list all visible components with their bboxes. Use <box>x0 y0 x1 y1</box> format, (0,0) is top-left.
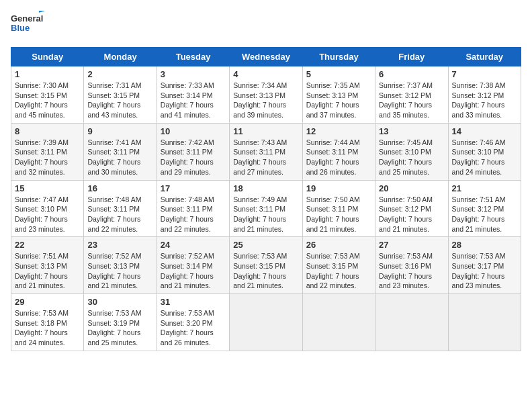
day-number: 2 <box>87 69 152 79</box>
header-day-saturday: Saturday <box>448 48 521 66</box>
cell-content: Sunrise: 7:52 AMSunset: 3:13 PMDaylight:… <box>87 251 152 291</box>
day-number: 10 <box>161 126 226 136</box>
week-row-4: 22Sunrise: 7:51 AMSunset: 3:13 PMDayligh… <box>11 237 521 294</box>
calendar-cell: 6Sunrise: 7:37 AMSunset: 3:12 PMDaylight… <box>375 66 448 124</box>
calendar-cell: 4Sunrise: 7:34 AMSunset: 3:13 PMDaylight… <box>230 66 302 124</box>
header-day-monday: Monday <box>84 48 157 66</box>
calendar-cell: 8Sunrise: 7:39 AMSunset: 3:11 PMDaylight… <box>11 123 84 180</box>
calendar-cell: 21Sunrise: 7:51 AMSunset: 3:12 PMDayligh… <box>448 180 521 237</box>
cell-content: Sunrise: 7:53 AMSunset: 3:15 PMDaylight:… <box>306 251 371 291</box>
cell-content: Sunrise: 7:43 AMSunset: 3:11 PMDaylight:… <box>233 138 298 177</box>
cell-content: Sunrise: 7:51 AMSunset: 3:12 PMDaylight:… <box>452 195 517 234</box>
header-day-friday: Friday <box>375 48 448 66</box>
day-number: 11 <box>233 126 298 136</box>
calendar-cell: 29Sunrise: 7:53 AMSunset: 3:18 PMDayligh… <box>11 294 84 351</box>
calendar-cell: 15Sunrise: 7:47 AMSunset: 3:10 PMDayligh… <box>11 180 84 237</box>
header-day-sunday: Sunday <box>11 48 84 66</box>
cell-content: Sunrise: 7:35 AMSunset: 3:13 PMDaylight:… <box>306 81 371 120</box>
cell-content: Sunrise: 7:53 AMSunset: 3:17 PMDaylight:… <box>452 251 517 291</box>
day-number: 30 <box>87 297 152 307</box>
cell-content: Sunrise: 7:53 AMSunset: 3:20 PMDaylight:… <box>161 308 226 348</box>
calendar-cell: 5Sunrise: 7:35 AMSunset: 3:13 PMDaylight… <box>302 66 375 124</box>
day-number: 18 <box>233 183 298 193</box>
cell-content: Sunrise: 7:39 AMSunset: 3:11 PMDaylight:… <box>15 138 80 177</box>
logo-svg: General Blue <box>11 11 44 39</box>
day-number: 14 <box>452 126 517 136</box>
day-number: 1 <box>15 69 80 79</box>
day-number: 4 <box>233 69 298 79</box>
calendar-cell: 2Sunrise: 7:31 AMSunset: 3:15 PMDaylight… <box>84 66 157 124</box>
header-row: SundayMondayTuesdayWednesdayThursdayFrid… <box>11 48 521 66</box>
cell-content: Sunrise: 7:42 AMSunset: 3:11 PMDaylight:… <box>161 138 226 177</box>
day-number: 22 <box>15 240 80 250</box>
day-number: 17 <box>161 183 226 193</box>
week-row-3: 15Sunrise: 7:47 AMSunset: 3:10 PMDayligh… <box>11 180 521 237</box>
calendar-cell: 3Sunrise: 7:33 AMSunset: 3:14 PMDaylight… <box>157 66 229 124</box>
day-number: 5 <box>306 69 371 79</box>
calendar-cell: 18Sunrise: 7:49 AMSunset: 3:11 PMDayligh… <box>230 180 302 237</box>
calendar-cell: 1Sunrise: 7:30 AMSunset: 3:15 PMDaylight… <box>11 66 84 124</box>
cell-content: Sunrise: 7:48 AMSunset: 3:11 PMDaylight:… <box>87 195 152 234</box>
cell-content: Sunrise: 7:34 AMSunset: 3:13 PMDaylight:… <box>233 81 298 120</box>
cell-content: Sunrise: 7:53 AMSunset: 3:19 PMDaylight:… <box>87 308 152 348</box>
header-day-tuesday: Tuesday <box>157 48 229 66</box>
calendar-cell: 19Sunrise: 7:50 AMSunset: 3:11 PMDayligh… <box>302 180 375 237</box>
cell-content: Sunrise: 7:50 AMSunset: 3:11 PMDaylight:… <box>306 195 371 234</box>
cell-content: Sunrise: 7:37 AMSunset: 3:12 PMDaylight:… <box>379 81 444 120</box>
svg-text:Blue: Blue <box>11 23 30 33</box>
calendar-cell: 17Sunrise: 7:48 AMSunset: 3:11 PMDayligh… <box>157 180 229 237</box>
cell-content: Sunrise: 7:52 AMSunset: 3:14 PMDaylight:… <box>161 251 226 291</box>
calendar-table: SundayMondayTuesdayWednesdayThursdayFrid… <box>11 47 521 351</box>
logo: General Blue <box>11 11 44 39</box>
calendar-cell: 11Sunrise: 7:43 AMSunset: 3:11 PMDayligh… <box>230 123 302 180</box>
cell-content: Sunrise: 7:53 AMSunset: 3:16 PMDaylight:… <box>379 251 444 291</box>
calendar-cell <box>302 294 375 351</box>
calendar-cell: 9Sunrise: 7:41 AMSunset: 3:11 PMDaylight… <box>84 123 157 180</box>
day-number: 8 <box>15 126 80 136</box>
cell-content: Sunrise: 7:49 AMSunset: 3:11 PMDaylight:… <box>233 195 298 234</box>
day-number: 20 <box>379 183 444 193</box>
cell-content: Sunrise: 7:38 AMSunset: 3:12 PMDaylight:… <box>452 81 517 120</box>
calendar-cell: 31Sunrise: 7:53 AMSunset: 3:20 PMDayligh… <box>157 294 229 351</box>
cell-content: Sunrise: 7:50 AMSunset: 3:12 PMDaylight:… <box>379 195 444 234</box>
cell-content: Sunrise: 7:33 AMSunset: 3:14 PMDaylight:… <box>161 81 226 120</box>
calendar-cell <box>230 294 302 351</box>
day-number: 6 <box>379 69 444 79</box>
day-number: 26 <box>306 240 371 250</box>
day-number: 19 <box>306 183 371 193</box>
header: General Blue <box>11 11 521 39</box>
cell-content: Sunrise: 7:45 AMSunset: 3:10 PMDaylight:… <box>379 138 444 177</box>
day-number: 15 <box>15 183 80 193</box>
day-number: 3 <box>161 69 226 79</box>
day-number: 12 <box>306 126 371 136</box>
day-number: 16 <box>87 183 152 193</box>
calendar-cell: 20Sunrise: 7:50 AMSunset: 3:12 PMDayligh… <box>375 180 448 237</box>
day-number: 28 <box>452 240 517 250</box>
calendar-cell: 16Sunrise: 7:48 AMSunset: 3:11 PMDayligh… <box>84 180 157 237</box>
calendar-cell: 24Sunrise: 7:52 AMSunset: 3:14 PMDayligh… <box>157 237 229 294</box>
calendar-cell <box>375 294 448 351</box>
calendar-cell: 30Sunrise: 7:53 AMSunset: 3:19 PMDayligh… <box>84 294 157 351</box>
day-number: 24 <box>161 240 226 250</box>
cell-content: Sunrise: 7:41 AMSunset: 3:11 PMDaylight:… <box>87 138 152 177</box>
calendar-cell: 23Sunrise: 7:52 AMSunset: 3:13 PMDayligh… <box>84 237 157 294</box>
day-number: 9 <box>87 126 152 136</box>
day-number: 23 <box>87 240 152 250</box>
day-number: 21 <box>452 183 517 193</box>
cell-content: Sunrise: 7:46 AMSunset: 3:10 PMDaylight:… <box>452 138 517 177</box>
day-number: 7 <box>452 69 517 79</box>
week-row-1: 1Sunrise: 7:30 AMSunset: 3:15 PMDaylight… <box>11 66 521 124</box>
calendar-cell: 12Sunrise: 7:44 AMSunset: 3:11 PMDayligh… <box>302 123 375 180</box>
day-number: 29 <box>15 297 80 307</box>
cell-content: Sunrise: 7:53 AMSunset: 3:15 PMDaylight:… <box>233 251 298 291</box>
calendar-cell: 7Sunrise: 7:38 AMSunset: 3:12 PMDaylight… <box>448 66 521 124</box>
cell-content: Sunrise: 7:51 AMSunset: 3:13 PMDaylight:… <box>15 251 80 291</box>
svg-text:General: General <box>11 13 43 24</box>
cell-content: Sunrise: 7:48 AMSunset: 3:11 PMDaylight:… <box>161 195 226 234</box>
calendar-cell: 26Sunrise: 7:53 AMSunset: 3:15 PMDayligh… <box>302 237 375 294</box>
week-row-5: 29Sunrise: 7:53 AMSunset: 3:18 PMDayligh… <box>11 294 521 351</box>
day-number: 27 <box>379 240 444 250</box>
calendar-cell: 25Sunrise: 7:53 AMSunset: 3:15 PMDayligh… <box>230 237 302 294</box>
header-day-wednesday: Wednesday <box>230 48 302 66</box>
calendar-cell: 10Sunrise: 7:42 AMSunset: 3:11 PMDayligh… <box>157 123 229 180</box>
